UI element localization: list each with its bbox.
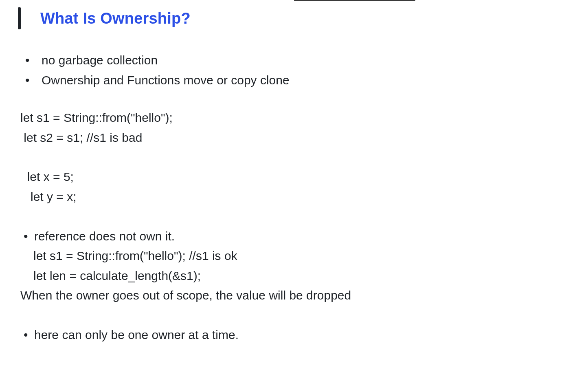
list-item-text: Ownership and Functions move or copy clo…: [42, 73, 290, 87]
heading-accent-bar: [18, 7, 21, 29]
list-item: here can only be one owner at a time.: [18, 325, 588, 345]
blank-line: [20, 148, 588, 167]
top-tab-shadow: [294, 0, 415, 1]
page-title: What Is Ownership?: [40, 10, 191, 27]
blank-line: [18, 306, 588, 325]
ref-bullet-list: reference does not own it. let s1 = Stri…: [18, 227, 588, 286]
code-line: let s1 = String::from("hello");: [20, 108, 588, 128]
top-bullet-list: no garbage collection Ownership and Func…: [18, 51, 588, 90]
heading-row: What Is Ownership?: [18, 7, 588, 29]
list-item: Ownership and Functions move or copy clo…: [18, 70, 588, 90]
blank-line: [18, 207, 588, 227]
list-item: no garbage collection: [18, 51, 588, 70]
content-area: no garbage collection Ownership and Func…: [18, 51, 588, 345]
code-line: let y = x;: [20, 187, 588, 207]
code-line: let x = 5;: [20, 167, 588, 187]
list-sub-line: let len = calculate_length(&s1);: [18, 266, 588, 286]
code-line: let s2 = s1; //s1 is bad: [20, 128, 588, 148]
code-block: let s1 = String::from("hello"); let s2 =…: [18, 108, 588, 207]
list-item: reference does not own it.: [18, 227, 588, 247]
code-line: let len = calculate_length(&s1);: [33, 269, 201, 282]
list-item-text: reference does not own it.: [34, 229, 175, 243]
list-item-text: here can only be one owner at a time.: [34, 328, 239, 341]
list-item-text: no garbage collection: [42, 53, 158, 67]
last-bullet-list: here can only be one owner at a time.: [18, 325, 588, 345]
scope-note: When the owner goes out of scope, the va…: [18, 286, 588, 306]
list-sub-line: let s1 = String::from("hello"); //s1 is …: [18, 246, 588, 266]
code-line: let s1 = String::from("hello"); //s1 is …: [33, 249, 237, 262]
